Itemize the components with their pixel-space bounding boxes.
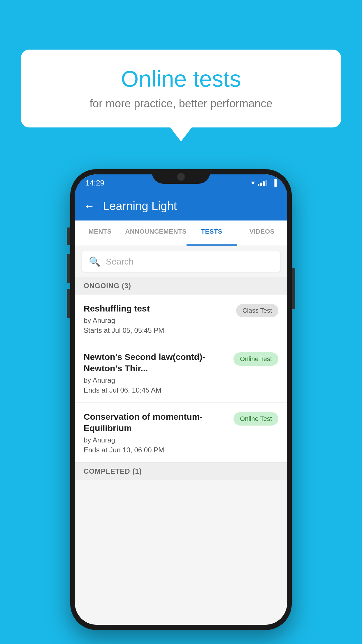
test-badge-3: Online Test <box>233 412 278 426</box>
search-placeholder: Search <box>106 257 133 267</box>
status-icons: ▾ ▐ <box>251 179 277 187</box>
test-name-1: Reshuffling test <box>84 303 230 314</box>
test-item-3[interactable]: Conservation of momentum-Equilibrium by … <box>75 403 287 463</box>
tab-bar: MENTS ANNOUNCEMENTS TESTS VIDEOS <box>75 220 287 246</box>
phone-side-btn-vol-down1 <box>67 254 70 283</box>
signal-bar-4 <box>266 180 267 186</box>
test-author-1: by Anurag <box>84 316 230 325</box>
phone-camera <box>177 173 185 181</box>
signal-bar-1 <box>258 184 259 186</box>
signal-bar-3 <box>263 181 265 186</box>
test-author-3: by Anurag <box>84 436 228 444</box>
search-icon: 🔍 <box>89 256 101 267</box>
test-date-2: Ends at Jul 06, 10:45 AM <box>84 386 228 394</box>
ongoing-section-header: ONGOING (3) <box>75 277 287 295</box>
test-item-1[interactable]: Reshuffling test by Anurag Starts at Jul… <box>75 295 287 343</box>
phone-side-btn-power <box>292 268 295 309</box>
test-badge-2: Online Test <box>233 352 278 366</box>
speech-bubble: Online tests for more practice, better p… <box>21 50 341 127</box>
tab-videos[interactable]: VIDEOS <box>237 220 287 246</box>
app-title: Learning Light <box>103 200 177 213</box>
app-header: ← Learning Light <box>75 191 287 220</box>
tab-ments[interactable]: MENTS <box>75 220 125 246</box>
test-name-3: Conservation of momentum-Equilibrium <box>84 411 228 434</box>
test-info-2: Newton's Second law(contd)-Newton's Thir… <box>84 351 228 394</box>
signal-bar-2 <box>260 183 262 186</box>
test-info-1: Reshuffling test by Anurag Starts at Jul… <box>84 303 230 335</box>
test-list: Reshuffling test by Anurag Starts at Jul… <box>75 295 287 463</box>
search-bar[interactable]: 🔍 Search <box>82 251 280 272</box>
test-date-1: Starts at Jul 05, 05:45 PM <box>84 326 230 335</box>
status-time: 14:29 <box>85 178 104 188</box>
phone-screen: 14:29 ▾ ▐ ← Learning Light <box>75 174 287 625</box>
phone-mockup: 14:29 ▾ ▐ ← Learning Light <box>70 169 292 630</box>
phone-side-btn-vol-up <box>67 228 70 245</box>
signal-icon <box>258 180 267 186</box>
bubble-subtitle: for more practice, better performance <box>38 97 324 110</box>
wifi-icon: ▾ <box>251 179 255 187</box>
search-bar-container: 🔍 Search <box>75 246 287 277</box>
bubble-title: Online tests <box>38 66 324 92</box>
completed-section-header: COMPLETED (1) <box>75 463 287 480</box>
tab-announcements[interactable]: ANNOUNCEMENTS <box>125 220 187 246</box>
test-date-3: Ends at Jun 10, 06:00 PM <box>84 446 228 454</box>
test-name-2: Newton's Second law(contd)-Newton's Thir… <box>84 351 228 374</box>
test-author-2: by Anurag <box>84 376 228 384</box>
test-badge-1: Class Test <box>236 304 278 317</box>
back-button[interactable]: ← <box>84 200 95 212</box>
tab-tests[interactable]: TESTS <box>187 220 237 246</box>
phone-notch <box>152 169 210 184</box>
phone-outer: 14:29 ▾ ▐ ← Learning Light <box>70 169 292 630</box>
battery-icon: ▐ <box>272 179 277 187</box>
phone-side-btn-vol-down2 <box>67 289 70 318</box>
test-info-3: Conservation of momentum-Equilibrium by … <box>84 411 228 454</box>
test-item-2[interactable]: Newton's Second law(contd)-Newton's Thir… <box>75 343 287 403</box>
